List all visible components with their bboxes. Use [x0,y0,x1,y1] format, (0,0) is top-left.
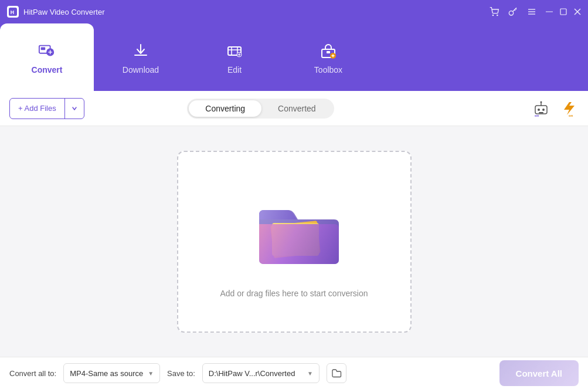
lightning-icon[interactable]: on [558,98,579,119]
folder-illustration [242,185,347,279]
toolbar: + Add Files Converting Converted on [0,91,588,126]
svg-point-2 [492,15,493,15]
close-button[interactable] [574,8,581,15]
save-path-select[interactable]: D:\HitPaw V...r\Converted ▼ [202,363,320,383]
bottom-bar: Convert all to: MP4-Same as source ▼ Sav… [0,357,588,389]
maximize-button[interactable] [560,8,567,15]
app-logo: H [7,6,19,18]
add-files-dropdown[interactable] [65,99,84,119]
converted-tab[interactable]: Converted [261,100,332,117]
drop-hint: Add or drag files here to start conversi… [220,289,368,298]
convert-tab-icon [36,40,57,62]
tab-edit-label: Edit [227,65,242,75]
save-to-label: Save to: [167,369,195,378]
svg-rect-9 [560,9,566,15]
main-content: Add or drag files here to start conversi… [0,126,588,357]
toolbar-actions: on on [531,98,579,119]
convert-all-button[interactable]: Convert All [499,360,579,386]
tab-edit[interactable]: Edit [188,23,281,91]
tab-switcher: Converting Converted [187,99,334,119]
tab-download[interactable]: Download [94,23,188,91]
edit-tab-icon [224,40,245,62]
tab-download-label: Download [123,65,159,75]
drop-zone[interactable]: Add or drag files here to start conversi… [177,151,412,333]
download-tab-icon [130,40,151,62]
svg-text:H: H [11,9,14,15]
svg-point-21 [538,109,540,111]
svg-rect-24 [539,112,543,113]
format-select[interactable]: MP4-Same as source ▼ [63,363,160,383]
toolbox-tab-icon [318,40,339,62]
tab-convert[interactable]: Convert [0,23,94,91]
tab-convert-label: Convert [32,65,63,75]
svg-point-3 [497,15,498,15]
svg-text:on: on [569,114,573,117]
menu-icon[interactable] [527,7,536,16]
format-select-arrow: ▼ [148,370,154,377]
format-option-text: MP4-Same as source [70,369,143,378]
svg-point-22 [542,109,545,111]
minimize-button[interactable] [546,8,553,15]
add-files-main[interactable]: + Add Files [10,99,65,119]
titlebar-right [490,7,581,16]
convert-all-to-label: Convert all to: [9,369,56,378]
browse-folder-button[interactable] [327,363,346,383]
svg-rect-14 [41,47,46,50]
save-path-text: D:\HitPaw V...r\Converted [209,369,295,378]
window-controls [546,8,581,15]
add-files-button[interactable]: + Add Files [9,98,84,119]
add-files-label: + Add Files [18,104,56,113]
tab-toolbox-label: Toolbox [314,65,342,75]
svg-rect-18 [327,51,330,53]
svg-rect-8 [546,12,553,12]
key-icon[interactable] [508,7,518,16]
nav-tabs: Convert Download Edit [0,23,588,91]
svg-point-23 [541,101,542,103]
tab-toolbox[interactable]: Toolbox [281,23,375,91]
titlebar-left: H HitPaw Video Converter [7,6,105,18]
app-title: HitPaw Video Converter [23,8,105,16]
converting-tab[interactable]: Converting [189,100,261,117]
svg-text:on: on [535,114,539,117]
cart-icon[interactable] [490,7,499,16]
titlebar: H HitPaw Video Converter [0,0,588,23]
save-path-arrow: ▼ [307,370,313,377]
robot-icon[interactable]: on [531,98,552,119]
